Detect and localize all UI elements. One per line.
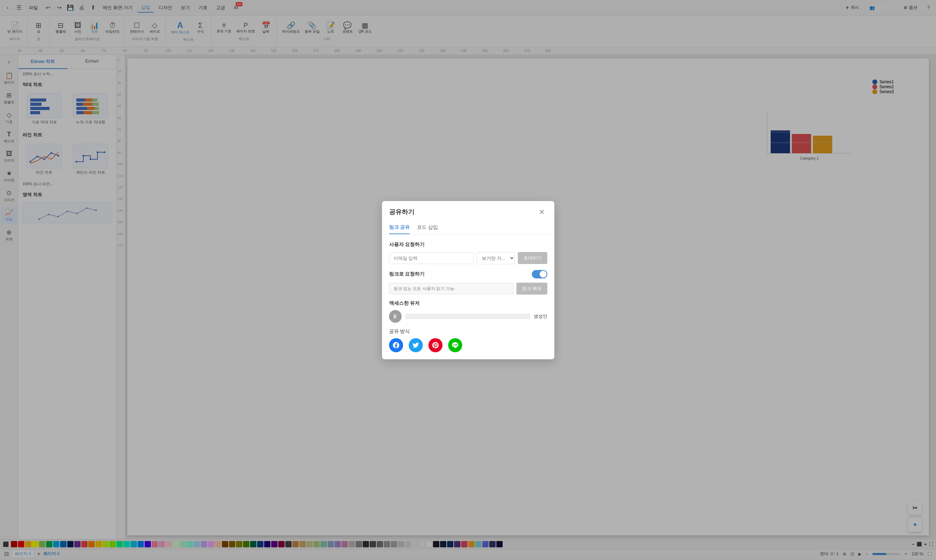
user-invite-row: 보기만 가... 초대하기 (389, 252, 547, 265)
pinterest-icon (432, 342, 439, 348)
line-share-button[interactable] (448, 338, 462, 352)
accessed-title: 액세스한 유저 (389, 300, 547, 306)
link-section-title: 링크로 요청하기 (389, 271, 425, 277)
permission-select[interactable]: 보기만 가... (476, 252, 515, 265)
modal-close-button[interactable]: ✕ (537, 207, 547, 217)
share-methods-title: 공유 방식 (389, 328, 547, 335)
user-avatar: E (389, 310, 402, 323)
modal-overlay[interactable]: 공유하기 ✕ 링크 공유 코드 삽입 사용자 요청하기 보기만 가... 초대하… (0, 0, 936, 560)
toggle-knob (540, 271, 547, 278)
user-name-blur (405, 314, 530, 319)
link-section: 링크로 요청하기 링크 복제 (389, 270, 547, 295)
share-modal: 공유하기 ✕ 링크 공유 코드 삽입 사용자 요청하기 보기만 가... 초대하… (382, 201, 554, 359)
twitter-share-button[interactable] (409, 338, 423, 352)
line-icon (452, 342, 458, 348)
modal-tabs: 링크 공유 코드 삽입 (382, 222, 554, 234)
share-methods: 공유 방식 (389, 328, 547, 352)
pinterest-share-button[interactable] (429, 338, 443, 352)
modal-header: 공유하기 ✕ (382, 201, 554, 217)
invite-button[interactable]: 초대하기 (518, 252, 547, 264)
accessed-section: 액세스한 유저 E 생성인 (389, 300, 547, 323)
facebook-icon (393, 342, 399, 348)
link-section-header: 링크로 요청하기 (389, 270, 547, 278)
copy-link-button[interactable]: 링크 복제 (517, 283, 547, 295)
facebook-share-button[interactable] (389, 338, 403, 352)
link-input-row: 링크 복제 (389, 283, 547, 295)
user-role: 생성인 (534, 313, 547, 320)
link-input[interactable] (389, 283, 513, 294)
twitter-icon (413, 342, 419, 348)
user-row: E 생성인 (389, 310, 547, 323)
email-input[interactable] (389, 252, 474, 264)
modal-title: 공유하기 (389, 208, 414, 216)
link-toggle[interactable] (532, 270, 547, 278)
modal-tab-link[interactable]: 링크 공유 (389, 222, 410, 234)
user-section-title: 사용자 요청하기 (389, 242, 547, 248)
modal-body: 사용자 요청하기 보기만 가... 초대하기 링크로 요청하기 링 (382, 234, 554, 359)
social-icons (389, 338, 547, 352)
modal-tab-code[interactable]: 코드 삽입 (417, 222, 438, 234)
